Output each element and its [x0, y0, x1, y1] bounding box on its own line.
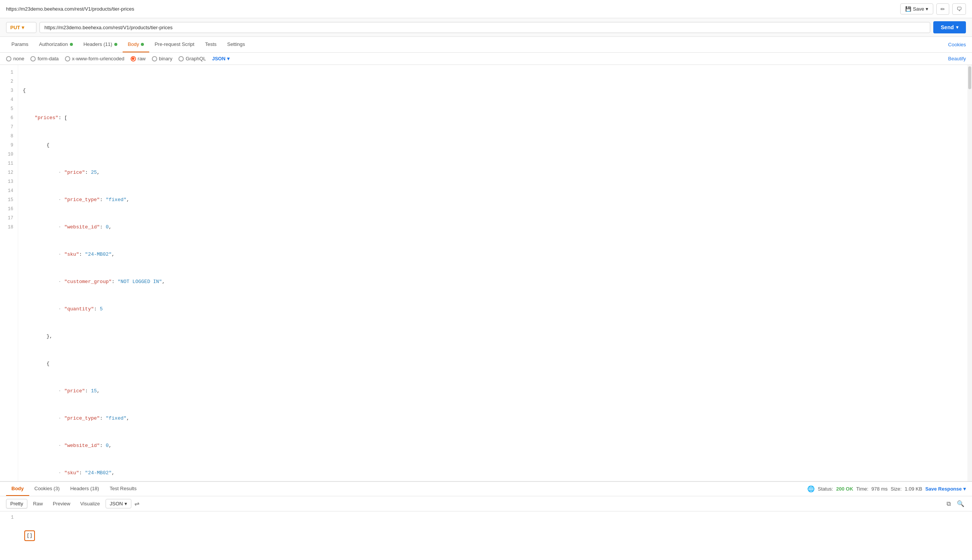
- body-type-urlencoded[interactable]: x-www-form-urlencoded: [65, 56, 125, 62]
- radio-none: [6, 56, 12, 62]
- edit-icon: ✏: [940, 6, 945, 12]
- response-json-dropdown[interactable]: JSON ▾: [105, 499, 131, 508]
- line-num-9: 9: [0, 141, 18, 150]
- radio-raw: [130, 56, 136, 62]
- comment-icon: 🗨: [957, 6, 962, 12]
- method-select[interactable]: PUT ▾: [6, 22, 37, 33]
- code-editor[interactable]: 1 2 3 4 5 6 7 8 9 10 11 12 13 14 15 16 1…: [0, 65, 972, 481]
- code-line-1: {: [23, 86, 963, 95]
- bottom-tabs-left: Body Cookies (3) Headers (18) Test Resul…: [6, 482, 142, 496]
- fmt-pretty[interactable]: Pretty: [6, 499, 27, 508]
- globe-icon: 🌐: [807, 485, 815, 492]
- response-highlighted-bracket: []: [24, 530, 35, 541]
- bottom-tab-headers[interactable]: Headers (18): [65, 482, 104, 496]
- tab-cookies[interactable]: Cookies: [948, 37, 966, 52]
- save-response-chevron-icon: ▾: [963, 486, 966, 492]
- tab-pre-request-script[interactable]: Pre-request Script: [149, 37, 200, 52]
- title-url: https://m23demo.beehexa.com/rest/V1/prod…: [6, 6, 134, 12]
- line-num-5: 5: [0, 104, 18, 113]
- tab-tests[interactable]: Tests: [200, 37, 222, 52]
- radio-graphql: [179, 56, 184, 62]
- line-num-8: 8: [0, 132, 18, 141]
- line-num-13: 13: [0, 177, 18, 186]
- code-line-15: · "sku": "24-MB02",: [23, 468, 963, 478]
- save-response-button[interactable]: Save Response ▾: [925, 486, 966, 492]
- radio-raw-inner: [132, 57, 134, 60]
- tab-body[interactable]: Body: [123, 37, 150, 52]
- body-type-bar: none form-data x-www-form-urlencoded raw…: [0, 53, 972, 65]
- tab-settings[interactable]: Settings: [222, 37, 250, 52]
- url-bar: PUT ▾ Send ▾: [0, 18, 972, 37]
- copy-icon[interactable]: ⧉: [945, 499, 952, 509]
- tab-params[interactable]: Params: [6, 37, 34, 52]
- code-line-3: {: [23, 141, 963, 150]
- edit-button[interactable]: ✏: [936, 3, 949, 15]
- line-num-4: 4: [0, 95, 18, 104]
- editor-scrollbar[interactable]: [967, 65, 972, 481]
- code-line-9: · "quantity": 5: [23, 305, 963, 314]
- save-disk-icon: 💾: [905, 6, 911, 12]
- line-num-18: 18: [0, 223, 18, 232]
- send-button[interactable]: Send ▾: [933, 21, 966, 33]
- bottom-tab-test-results[interactable]: Test Results: [104, 482, 142, 496]
- tab-authorization[interactable]: Authorization: [34, 37, 78, 52]
- fmt-preview[interactable]: Preview: [48, 499, 74, 508]
- body-type-graphql[interactable]: GraphQL: [179, 56, 206, 62]
- code-line-7: · "sku": "24-MB02",: [23, 250, 963, 259]
- line-num-2: 2: [0, 77, 18, 86]
- response-body[interactable]: 1 []: [0, 512, 972, 560]
- radio-binary: [152, 56, 157, 62]
- resp-line-num-1: 1: [0, 513, 18, 522]
- beautify-button[interactable]: Beautify: [948, 56, 966, 62]
- body-type-none[interactable]: none: [6, 56, 24, 62]
- line-num-7: 7: [0, 123, 18, 132]
- body-types: none form-data x-www-form-urlencoded raw…: [6, 56, 230, 62]
- resp-code-line-1: []: [23, 531, 967, 540]
- filter-icon[interactable]: ⇌: [133, 498, 141, 509]
- headers-dot: [114, 43, 117, 46]
- body-type-binary[interactable]: binary: [152, 56, 172, 62]
- send-chevron-icon: ▾: [956, 25, 958, 30]
- method-chevron-icon: ▾: [22, 25, 24, 30]
- line-num-16: 16: [0, 205, 18, 213]
- search-icon[interactable]: 🔍: [955, 498, 966, 509]
- fmt-raw[interactable]: Raw: [29, 499, 47, 508]
- bottom-tab-cookies[interactable]: Cookies (3): [29, 482, 65, 496]
- line-num-1: 1: [0, 68, 18, 77]
- response-format-bar: Pretty Raw Preview Visualize JSON ▾ ⇌ ⧉ …: [0, 496, 972, 512]
- code-line-8: · "customer_group": "NOT LOGGED IN",: [23, 277, 963, 287]
- line-num-11: 11: [0, 159, 18, 168]
- code-line-13: · "price_type": "fixed",: [23, 414, 963, 423]
- line-num-10: 10: [0, 150, 18, 159]
- authorization-dot: [70, 43, 73, 46]
- json-dropdown[interactable]: JSON ▾: [212, 56, 229, 62]
- response-json-chevron-icon: ▾: [125, 501, 127, 507]
- bottom-tabs-bar: Body Cookies (3) Headers (18) Test Resul…: [0, 482, 972, 496]
- line-num-14: 14: [0, 186, 18, 195]
- fmt-visualize[interactable]: Visualize: [76, 499, 104, 508]
- response-format-left: Pretty Raw Preview Visualize JSON ▾ ⇌: [6, 498, 141, 509]
- code-line-12: · "price": 15,: [23, 387, 963, 396]
- comment-button[interactable]: 🗨: [952, 3, 966, 15]
- line-num-17: 17: [0, 213, 18, 223]
- code-line-6: · "website_id": 0,: [23, 223, 963, 232]
- body-type-form-data[interactable]: form-data: [30, 56, 59, 62]
- editor-scrollbar-thumb[interactable]: [968, 67, 971, 89]
- response-line-numbers: 1: [0, 512, 18, 560]
- body-type-raw[interactable]: raw: [130, 56, 146, 62]
- url-input[interactable]: [40, 22, 930, 33]
- bottom-tab-body[interactable]: Body: [6, 482, 29, 496]
- line-num-12: 12: [0, 168, 18, 177]
- body-dot: [141, 43, 144, 46]
- line-num-15: 15: [0, 195, 18, 205]
- title-actions: 💾 Save ▾ ✏ 🗨: [900, 3, 966, 15]
- status-bar: 🌐 Status: 200 OK Time: 978 ms Size: 1.09…: [807, 485, 966, 492]
- code-content[interactable]: { "prices": [ { · "price": 25, · "price_…: [18, 65, 967, 481]
- code-line-4: · "price": 25,: [23, 168, 963, 177]
- tabs-bar: Params Authorization Headers (11) Body P…: [0, 37, 972, 53]
- save-button[interactable]: 💾 Save ▾: [900, 3, 933, 14]
- tab-headers[interactable]: Headers (11): [78, 37, 123, 52]
- save-chevron-icon: ▾: [926, 6, 929, 12]
- radio-urlencoded: [65, 56, 70, 62]
- line-num-6: 6: [0, 113, 18, 123]
